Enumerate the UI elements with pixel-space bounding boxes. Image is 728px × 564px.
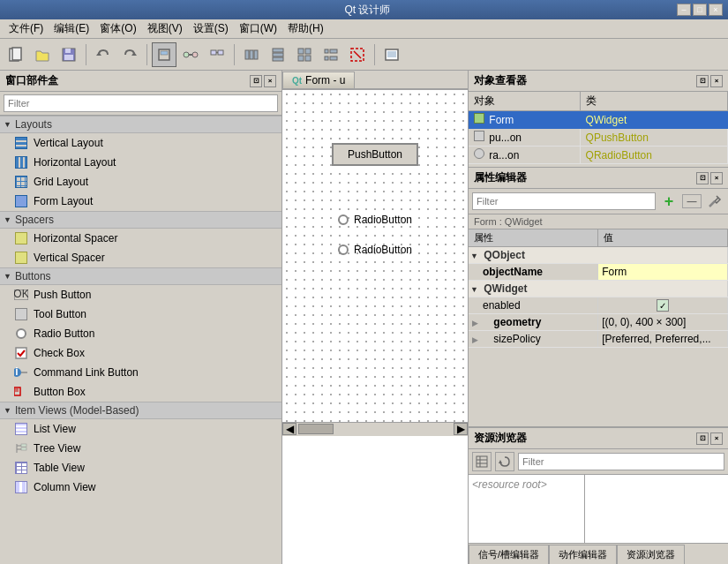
tab-signal-slot-editor[interactable]: 信号/槽编辑器 [469,545,549,564]
property-add-button[interactable]: + [659,192,679,211]
prop-objectname-value: Form [602,266,627,278]
layout-vertical-button[interactable] [266,42,290,67]
table-row[interactable]: enabled ✓ [469,297,728,314]
property-remove-button[interactable]: — [682,194,702,208]
list-item[interactable]: i Command Link Button [0,363,281,382]
list-item[interactable]: Column View [0,478,281,497]
list-item[interactable]: Tree View [0,439,281,458]
table-row[interactable]: ▶ geometry [(0, 0), 400 × 300] [469,314,728,331]
svg-marker-51 [499,460,502,463]
table-row[interactable]: ▶ sizePolicy [Preferred, Preferred,... [469,331,728,348]
resource-table-button[interactable] [472,452,492,471]
layout-form-button[interactable] [319,42,343,67]
scroll-track[interactable] [335,423,454,435]
preview-button[interactable] [379,42,404,67]
horizontal-layout-label: Horizontal Layout [34,156,116,169]
resource-tree[interactable]: <resource root> [469,475,585,543]
spacer-h-icon [14,231,28,245]
property-filter-input[interactable] [472,192,656,210]
widget-box-controls: ⊡ × [250,75,276,87]
connection-editor-button[interactable] [178,42,203,67]
svg-rect-45 [21,447,26,450]
list-item[interactable]: OK Push Button [0,285,281,305]
table-row[interactable]: ra...on QRadioButton [469,147,728,164]
new-form-button[interactable] [4,42,28,67]
tab-action-editor[interactable]: 动作编辑器 [549,545,617,564]
list-item[interactable]: Tool Button [0,305,281,324]
svg-rect-14 [245,50,249,59]
table-row[interactable]: pu...on QPushButton [469,129,728,147]
prop-enabled-value[interactable]: ✓ [602,299,724,312]
obj-inspector-close-button[interactable]: × [710,75,723,87]
svg-rect-3 [65,49,71,53]
resource-filter-input[interactable] [518,453,724,470]
open-form-button[interactable] [30,42,55,67]
category-item-views[interactable]: ▼ Item Views (Model-Based) [0,402,281,419]
list-item[interactable]: Form Layout [0,192,281,211]
list-item[interactable]: Vertical Layout [0,133,281,153]
break-layout-button[interactable] [345,42,370,67]
table-row[interactable]: Form QWidget [469,111,728,129]
property-wrench-button[interactable] [705,192,724,211]
svg-rect-27 [330,56,337,60]
list-item[interactable]: Horizontal Layout [0,153,281,172]
list-item[interactable]: Check Box [0,343,281,363]
prop-editor-float-button[interactable]: ⊡ [696,172,709,184]
menu-form[interactable]: 窗体(O) [94,19,141,38]
category-spacers[interactable]: ▼ Spacers [0,211,281,229]
enabled-checkbox[interactable]: ✓ [657,299,669,312]
form-canvas[interactable]: PushButton RadioButton RadioButton [282,90,468,422]
scroll-left-button[interactable]: ◀ [282,423,296,435]
layout-horizontal-button[interactable] [239,42,264,67]
table-row[interactable]: objectName Form [469,264,728,281]
category-buttons[interactable]: ▼ Buttons [0,267,281,285]
list-item[interactable]: Horizontal Spacer [0,229,281,248]
prop-editor-close-button[interactable]: × [710,172,723,184]
menu-help[interactable]: 帮助(H) [282,19,329,38]
minimize-button[interactable]: – [677,4,691,16]
scroll-thumb[interactable] [298,424,334,434]
save-form-button[interactable] [56,42,81,67]
resource-browser-close-button[interactable]: × [710,432,723,445]
radio-button-2-widget[interactable]: RadioButton [338,244,412,256]
radio-circle-2 [338,244,349,255]
layout-grid-button[interactable] [292,42,317,67]
undo-button[interactable] [91,42,116,67]
menu-settings[interactable]: 设置(S) [188,19,234,38]
form-horizontal-scrollbar[interactable]: ◀ ▶ [282,422,468,436]
menu-view[interactable]: 视图(V) [142,19,188,38]
list-item[interactable]: Radio Button [0,324,281,343]
widget-box-filter-input[interactable] [4,94,278,112]
form-tab[interactable]: Qt Form - u [282,71,355,88]
push-button-widget[interactable]: PushButton [332,143,418,166]
tab-resource-browser[interactable]: 资源浏览器 [617,545,685,564]
menu-file[interactable]: 文件(F) [4,19,49,38]
form-tab-bar: Qt Form - u [282,71,468,90]
list-item[interactable]: Button Box [0,382,281,402]
list-item[interactable]: List View [0,419,281,439]
obj-inspector-float-button[interactable]: ⊡ [696,75,709,87]
grid-layout-label: Grid Layout [34,176,88,188]
resource-browser-float-button[interactable]: ⊡ [696,432,709,445]
scroll-right-button[interactable]: ▶ [454,423,468,435]
widget-editor-button[interactable] [152,42,176,67]
toolbar [0,39,728,71]
menu-edit[interactable]: 编辑(E) [49,19,94,38]
list-item[interactable]: Grid Layout [0,172,281,192]
list-item[interactable]: Vertical Spacer [0,248,281,267]
widget-box-float-button[interactable]: ⊡ [250,75,262,87]
menu-bar: 文件(F) 编辑(E) 窗体(O) 视图(V) 设置(S) 窗口(W) 帮助(H… [0,19,728,39]
redo-button[interactable] [117,42,142,67]
tab-order-button[interactable] [205,42,229,67]
resource-reload-button[interactable] [495,452,514,471]
list-item[interactable]: Table View [0,458,281,478]
prop-col-value: 值 [598,229,728,247]
widget-box-title: 窗口部件盒 [5,73,58,88]
menu-window[interactable]: 窗口(W) [234,19,282,38]
maximize-button[interactable]: □ [693,4,707,16]
category-layouts[interactable]: ▼ Layouts [0,116,281,133]
prop-sizepolicy-value: [Preferred, Preferred,... [602,333,710,345]
close-button[interactable]: × [709,4,723,16]
widget-box-close-button[interactable]: × [264,75,276,87]
radio-button-1-widget[interactable]: RadioButton [338,214,412,226]
